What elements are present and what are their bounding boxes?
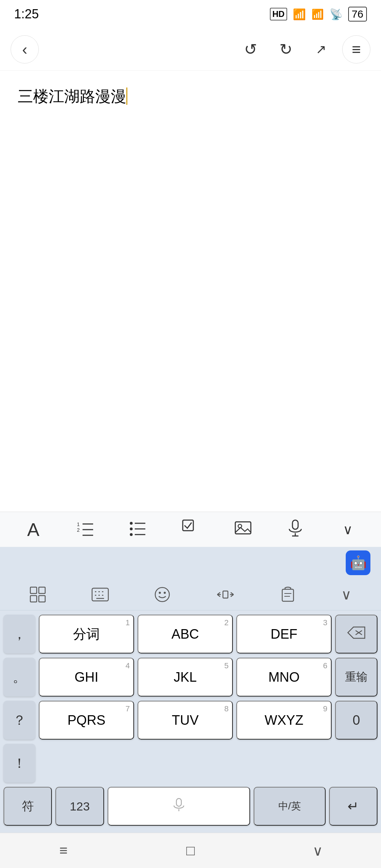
undo-button[interactable]: ↺ <box>236 35 265 64</box>
chevron-down-icon: ∨ <box>343 522 353 537</box>
enter-key[interactable]: ↵ <box>329 787 377 826</box>
chevron-down-nav-icon: ∨ <box>313 843 323 859</box>
checkbox-icon <box>182 519 199 540</box>
svg-point-5 <box>130 522 133 525</box>
svg-point-29 <box>155 587 169 602</box>
key-tuv[interactable]: 8 TUV <box>138 701 233 740</box>
svg-rect-20 <box>39 596 45 602</box>
punct-period-key[interactable]: 。 <box>4 658 35 697</box>
ime-mode-keyboard-button[interactable] <box>91 587 109 602</box>
key-wxyz[interactable]: 9 WXYZ <box>236 701 332 740</box>
format-toolbar: A 1 2 <box>0 512 381 547</box>
share-button[interactable]: ↗ <box>307 35 335 64</box>
ime-topbar: 🤖 <box>0 547 381 579</box>
ime-panel: 🤖 <box>0 547 381 833</box>
backspace-icon <box>346 626 366 643</box>
fu-label: 符 <box>22 798 34 814</box>
toolbar-actions: ↺ ↻ ↗ ≡ <box>236 35 370 64</box>
backspace-key[interactable] <box>335 615 377 653</box>
hd-icon: HD <box>270 8 287 20</box>
back-icon: ‹ <box>22 41 28 58</box>
hamburger-icon: ≡ <box>59 843 67 858</box>
numbered-list-button[interactable]: 1 2 <box>72 516 100 544</box>
ime-mode-emoji-button[interactable] <box>154 586 170 603</box>
status-bar: 1:25 HD 📶 📶 📡 76 <box>0 0 381 28</box>
num-key[interactable]: 123 <box>55 787 104 826</box>
repeat-label: 重输 <box>345 669 368 685</box>
ime-mode-grid-button[interactable] <box>30 586 46 603</box>
lang-label: 中/英 <box>278 800 301 813</box>
svg-rect-32 <box>223 591 228 598</box>
svg-point-13 <box>238 524 242 528</box>
ime-mode-clipboard-button[interactable] <box>280 586 296 603</box>
redo-icon: ↻ <box>279 40 292 58</box>
svg-rect-38 <box>176 798 181 806</box>
ai-robot-icon[interactable]: 🤖 <box>346 550 370 575</box>
image-icon <box>234 519 252 540</box>
back-button[interactable]: ‹ <box>11 35 39 64</box>
svg-point-30 <box>159 592 161 594</box>
menu-button[interactable]: ≡ <box>342 35 370 64</box>
wifi-icon: 📡 <box>329 8 343 20</box>
punct-period-col: 。 <box>4 658 35 697</box>
menu-icon: ≡ <box>352 41 361 58</box>
ime-mode-cursor-button[interactable] <box>216 587 235 602</box>
key-zero[interactable]: 0 <box>335 701 377 740</box>
punct-excl-col: ！ <box>4 744 35 783</box>
key-def[interactable]: 3 DEF <box>236 615 332 653</box>
redo-button[interactable]: ↻ <box>272 35 300 64</box>
key-abc[interactable]: 2 ABC <box>138 615 233 653</box>
image-button[interactable] <box>229 516 257 544</box>
editor-area[interactable]: 三楼江湖路漫漫 <box>0 71 381 388</box>
font-button[interactable]: A <box>19 516 47 544</box>
svg-rect-11 <box>183 520 193 531</box>
chevron-down-icon-ime: ∨ <box>341 586 351 603</box>
nav-menu-button[interactable]: ≡ <box>46 840 81 861</box>
svg-rect-21 <box>92 588 108 601</box>
svg-point-31 <box>164 592 166 594</box>
punct-comma-key[interactable]: ， <box>4 615 35 653</box>
svg-text:2: 2 <box>77 527 80 533</box>
svg-rect-17 <box>30 587 37 593</box>
lang-key[interactable]: 中/英 <box>254 787 326 826</box>
key-ghi[interactable]: 4 GHI <box>39 658 134 697</box>
svg-point-9 <box>130 533 133 536</box>
svg-rect-19 <box>30 596 37 602</box>
punct-exclaim-key[interactable]: ！ <box>4 744 35 783</box>
editor-toolbar: ‹ ↺ ↻ ↗ ≡ <box>0 28 381 71</box>
mic-small-icon <box>172 798 186 815</box>
key-pqrs[interactable]: 7 PQRS <box>39 701 134 740</box>
bullet-list-icon <box>129 519 147 540</box>
key-mno[interactable]: 6 MNO <box>236 658 332 697</box>
key-jkl[interactable]: 5 JKL <box>138 658 233 697</box>
svg-rect-33 <box>282 589 294 601</box>
repeat-key[interactable]: 重输 <box>335 658 377 697</box>
checkbox-button[interactable] <box>176 516 205 544</box>
bullet-list-button[interactable] <box>124 516 152 544</box>
mic-icon <box>286 519 304 540</box>
collapse-toolbar-button[interactable]: ∨ <box>334 516 362 544</box>
status-time: 1:25 <box>14 7 39 22</box>
signal-icon: 📶 <box>293 8 306 20</box>
battery-icon: 76 <box>348 7 367 22</box>
svg-rect-18 <box>39 587 45 593</box>
svg-rect-14 <box>292 520 298 529</box>
punct-qi-col: ？ <box>4 701 35 740</box>
font-icon: A <box>27 519 40 540</box>
punct-question-key[interactable]: ？ <box>4 701 35 740</box>
nav-home-button[interactable]: □ <box>173 840 208 861</box>
num-label: 123 <box>70 800 90 813</box>
mic-button[interactable] <box>281 516 309 544</box>
bottom-key-row: 符 123 中/英 ↵ <box>4 787 377 826</box>
ime-collapse-button[interactable]: ∨ <box>341 586 351 603</box>
ime-modebar: ∨ <box>0 579 381 610</box>
share-icon: ↗ <box>316 42 326 57</box>
fu-key[interactable]: 符 <box>4 787 52 826</box>
svg-text:1: 1 <box>77 522 80 527</box>
enter-icon: ↵ <box>347 798 359 814</box>
space-key[interactable] <box>108 787 250 826</box>
nav-back-button[interactable]: ∨ <box>300 840 335 861</box>
key-fenzi[interactable]: 1 分词 <box>39 615 134 653</box>
home-square-icon: □ <box>186 843 195 858</box>
numbered-list-icon: 1 2 <box>77 520 95 540</box>
